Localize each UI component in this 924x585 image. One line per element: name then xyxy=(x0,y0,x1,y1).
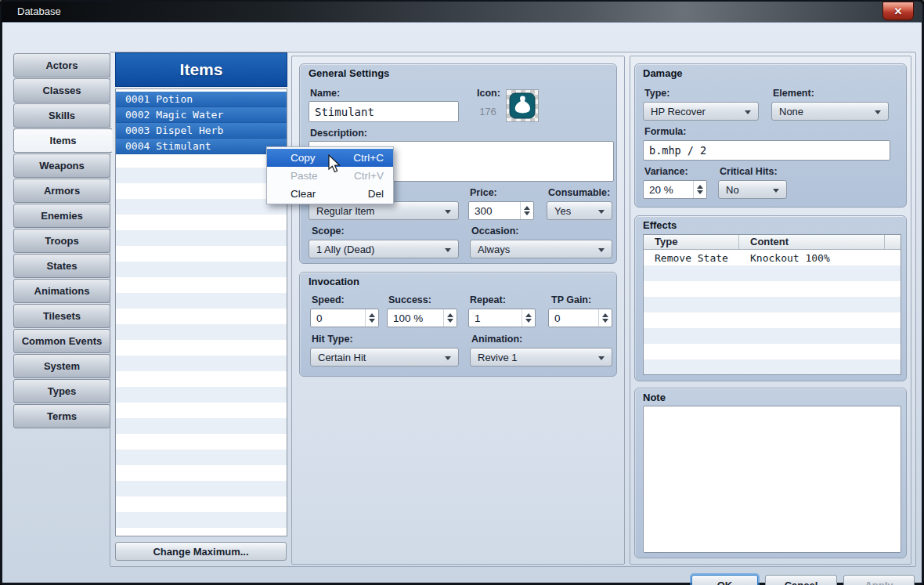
success-spinner[interactable]: 100 % xyxy=(387,309,457,327)
repeat-value: 1 xyxy=(475,312,481,324)
item-type-value: Regular Item xyxy=(316,205,374,217)
variance-spinner[interactable]: 20 % xyxy=(643,180,707,199)
damage-type-select[interactable]: HP Recover xyxy=(643,102,759,121)
spinner-buttons[interactable] xyxy=(520,202,533,219)
consumable-label: Consumable: xyxy=(548,187,610,198)
tp-gain-label: TP Gain: xyxy=(551,294,591,305)
tab-actors[interactable]: Actors xyxy=(13,53,110,78)
menu-item-shortcut: Ctrl+V xyxy=(354,170,384,182)
element-select[interactable]: None xyxy=(771,102,889,121)
tab-animations[interactable]: Animations xyxy=(13,279,110,303)
note-input[interactable] xyxy=(643,406,901,553)
title-bar[interactable]: Database xyxy=(2,2,922,22)
formula-input[interactable]: b.mhp / 2 xyxy=(643,140,890,161)
success-label: Success: xyxy=(388,294,431,305)
dialog-client-area: Actors Classes Skills Items Weapons Armo… xyxy=(2,22,922,583)
menu-item-label: Paste xyxy=(291,170,318,182)
spin-down-icon xyxy=(602,319,608,326)
element-value: None xyxy=(779,106,803,117)
tab-tilesets[interactable]: Tilesets xyxy=(13,304,110,328)
effect-row-content[interactable]: Knockout 100% xyxy=(750,252,830,264)
tab-terms[interactable]: Terms xyxy=(13,404,110,428)
tab-label: Animations xyxy=(34,285,90,297)
tab-skills[interactable]: Skills xyxy=(13,103,110,128)
chevron-down-icon xyxy=(598,248,605,255)
effects-table[interactable]: Type Content Remove State Knockout 100% xyxy=(643,234,901,375)
tab-classes[interactable]: Classes xyxy=(13,78,110,103)
tab-armors[interactable]: Armors xyxy=(13,179,110,203)
tab-states[interactable]: States xyxy=(13,254,110,278)
cancel-button[interactable]: Cancel xyxy=(765,575,837,585)
formula-label: Formula: xyxy=(644,126,686,137)
success-value: 100 % xyxy=(393,312,423,324)
tab-label: Actors xyxy=(45,60,78,71)
menu-item-shortcut: Del xyxy=(368,188,384,200)
critical-hits-label: Critical Hits: xyxy=(720,166,778,177)
apply-button: Apply xyxy=(843,575,915,585)
spin-up-icon xyxy=(524,203,530,210)
element-label: Element: xyxy=(773,88,814,99)
spinner-buttons[interactable] xyxy=(443,309,457,327)
close-button[interactable]: ✕ xyxy=(882,2,914,20)
spinner-buttons[interactable] xyxy=(365,309,378,327)
animation-value: Revive 1 xyxy=(478,352,518,363)
consumable-value: Yes xyxy=(554,205,571,217)
menu-item-label: Clear xyxy=(291,188,316,200)
spin-up-icon xyxy=(369,310,375,317)
context-menu-copy[interactable]: Copy Ctrl+C xyxy=(267,149,393,167)
menu-item-label: Copy xyxy=(291,152,316,164)
list-item-0004[interactable]: 0004 Stimulant xyxy=(116,139,287,154)
ok-label: OK xyxy=(717,580,733,585)
spin-up-icon xyxy=(447,310,453,317)
context-menu-clear[interactable]: Clear Del xyxy=(267,185,393,203)
name-input[interactable]: Stimulant xyxy=(309,101,459,122)
spin-up-icon xyxy=(697,182,703,189)
tab-label: Classes xyxy=(42,85,81,96)
effects-col-type: Type xyxy=(644,235,739,249)
scope-label: Scope: xyxy=(312,226,345,237)
critical-hits-select[interactable]: No xyxy=(718,180,787,199)
tab-system[interactable]: System xyxy=(13,354,110,378)
chevron-down-icon xyxy=(773,189,779,196)
ok-button[interactable]: OK xyxy=(691,575,758,585)
list-item-text: 0002 Magic Water xyxy=(125,109,223,121)
price-spinner[interactable]: 300 xyxy=(468,201,534,220)
apply-label: Apply xyxy=(864,580,893,585)
spinner-buttons[interactable] xyxy=(598,309,612,327)
icon-picker-button[interactable] xyxy=(506,89,539,122)
list-item-0002[interactable]: 0002 Magic Water xyxy=(116,107,287,123)
occasion-select[interactable]: Always xyxy=(470,240,612,258)
list-item-0001[interactable]: 0001 Potion xyxy=(116,92,287,107)
icon-label: Icon: xyxy=(477,88,500,99)
damage-type-value: HP Recover xyxy=(651,106,706,117)
scope-value: 1 Ally (Dead) xyxy=(316,244,374,255)
tab-troops[interactable]: Troops xyxy=(13,229,110,253)
tab-common-events[interactable]: Common Events xyxy=(13,329,110,353)
tab-items[interactable]: Items xyxy=(13,128,113,153)
consumable-select[interactable]: Yes xyxy=(547,201,612,220)
spin-up-icon xyxy=(525,310,532,317)
change-maximum-label: Change Maximum... xyxy=(153,546,248,558)
spinner-buttons[interactable] xyxy=(693,181,706,198)
tab-enemies[interactable]: Enemies xyxy=(13,204,110,228)
speed-label: Speed: xyxy=(312,294,345,305)
change-maximum-button[interactable]: Change Maximum... xyxy=(115,542,287,561)
effect-row-type[interactable]: Remove State xyxy=(655,252,728,264)
chevron-down-icon xyxy=(598,210,605,217)
effects-table-body[interactable]: Remove State Knockout 100% xyxy=(644,250,901,374)
tab-types[interactable]: Types xyxy=(13,379,110,403)
repeat-spinner[interactable]: 1 xyxy=(468,309,536,327)
speed-spinner[interactable]: 0 xyxy=(310,309,379,327)
name-label: Name: xyxy=(310,88,340,99)
context-menu: Copy Ctrl+C Paste Ctrl+V Clear Del xyxy=(266,146,394,204)
tp-gain-spinner[interactable]: 0 xyxy=(548,309,612,327)
animation-select[interactable]: Revive 1 xyxy=(470,348,612,367)
items-list[interactable] xyxy=(115,88,287,536)
spinner-buttons[interactable] xyxy=(522,309,535,327)
tab-weapons[interactable]: Weapons xyxy=(13,153,110,178)
list-item-0003[interactable]: 0003 Dispel Herb xyxy=(116,123,287,139)
scope-select[interactable]: 1 Ally (Dead) xyxy=(309,240,459,258)
tab-label: Enemies xyxy=(41,210,82,222)
chevron-down-icon xyxy=(445,356,451,363)
hit-type-select[interactable]: Certain Hit xyxy=(310,348,459,367)
